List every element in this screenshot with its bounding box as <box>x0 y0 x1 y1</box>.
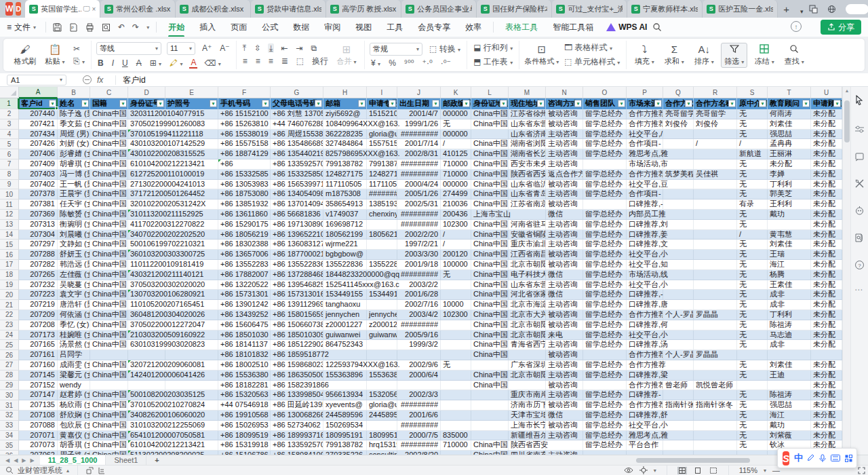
cell[interactable]: 个人-罗晶 <box>663 310 694 320</box>
cell[interactable] <box>471 431 509 440</box>
cell[interactable] <box>441 390 471 400</box>
help-icon[interactable]: ? <box>854 260 865 271</box>
cell[interactable] <box>694 340 737 349</box>
cell[interactable]: 刘晨曦 (女 <box>58 230 90 240</box>
cell[interactable]: China中国 <box>90 220 128 229</box>
share-button[interactable]: 分享 <box>821 20 861 35</box>
column-header-M[interactable]: M <box>509 87 546 98</box>
cell[interactable] <box>694 390 737 400</box>
cell[interactable]: 被动咨询 <box>546 180 583 189</box>
cell[interactable]: 102300 <box>441 220 471 229</box>
cell[interactable]: 未分配 <box>811 330 842 340</box>
cell[interactable] <box>694 270 737 280</box>
header-cell[interactable]: 护照号▾ <box>165 98 218 109</box>
cell[interactable]: +86 1354866895 <box>271 139 323 149</box>
worksheet-button[interactable]: ⬒ 工作表 ▾ <box>472 56 514 68</box>
export-pdf-icon[interactable]: P <box>69 23 78 32</box>
cell[interactable]: 天津市宝坻 <box>509 411 546 420</box>
cell[interactable]: +86 15319918 <box>218 440 271 450</box>
cell[interactable]: China中国 <box>90 130 128 139</box>
cell[interactable]: +86 周煜155380 <box>271 130 323 139</box>
filter-dropdown-button[interactable]: ▾ <box>833 100 841 107</box>
cell[interactable]: 2002/5/31 <box>397 200 441 209</box>
cell[interactable]: 207378 <box>19 189 58 199</box>
cell[interactable]: +86 15290175 <box>218 220 271 229</box>
cell[interactable]: +86 13439252 <box>218 310 271 320</box>
cell[interactable] <box>441 421 471 430</box>
cell[interactable]: 广东省深圳 <box>509 360 546 370</box>
cell[interactable]: 筑梦美程 <box>663 170 694 179</box>
cell[interactable]: 无 <box>737 320 768 330</box>
filter-dropdown-button[interactable]: ▾ <box>728 100 736 107</box>
cell[interactable]: 108409964XXX@163. <box>323 119 367 129</box>
merge-cells-button[interactable]: ⊞ 合并 ▾ <box>334 44 359 66</box>
cell[interactable]: 孟冉冉 <box>768 139 811 149</box>
cell[interactable]: 153205639 <box>367 390 397 400</box>
decrease-indent-icon[interactable]: ⇤ <box>279 43 289 53</box>
cell[interactable]: 207297 <box>19 240 58 249</box>
cell[interactable]: +86 1360831276 <box>271 240 323 249</box>
cell[interactable]: 郭美芝 <box>768 189 811 199</box>
cell[interactable]: 山东省东营 <box>509 280 546 290</box>
cell[interactable]: 季文茹 (女 <box>58 119 90 129</box>
cell[interactable]: 未分配 <box>811 240 842 249</box>
cell[interactable]: 刘紫薇 <box>768 431 811 440</box>
cell[interactable]: 500106199702210321 <box>128 240 165 249</box>
align-center-icon[interactable]: ≡ <box>254 56 262 66</box>
cell[interactable]: 亮哥留学 <box>694 109 737 119</box>
increase-font-icon[interactable]: A⁺ <box>201 43 213 53</box>
cell[interactable]: +86 18002510 <box>218 360 271 370</box>
cell[interactable]: 口碑推荐- <box>627 390 663 400</box>
header-cell[interactable]: 身份证地址▾ <box>471 98 509 109</box>
row-header[interactable]: 35 <box>0 440 19 451</box>
cell[interactable]: 130703200106280921 <box>128 290 165 299</box>
cell[interactable]: / <box>441 240 471 249</box>
cell[interactable]: 北京市朝阳 <box>509 320 546 330</box>
cell[interactable]: 430321200211140121 <box>128 270 165 280</box>
cell[interactable]: +86 13657006 <box>218 250 271 259</box>
cell[interactable]: China中国 <box>90 240 128 249</box>
cell[interactable]: 微信 <box>546 411 583 420</box>
cell[interactable] <box>128 381 165 390</box>
cell[interactable] <box>441 290 471 299</box>
cell[interactable]: 被动咨询 <box>546 400 583 410</box>
cell[interactable]: 无 <box>737 400 768 410</box>
cell[interactable]: ######### <box>397 159 441 169</box>
cell[interactable]: 冯一博 (男 <box>58 170 90 179</box>
cell[interactable]: 社交平台,知 <box>627 260 663 269</box>
cell[interactable] <box>694 250 737 259</box>
cell[interactable]: 654101200007050581 <box>128 431 165 440</box>
cell[interactable]: ######### <box>397 170 441 179</box>
cell[interactable]: 无 <box>737 280 768 290</box>
cell[interactable]: 重庆市渝北 <box>509 240 546 249</box>
cell[interactable] <box>367 300 397 309</box>
cell[interactable]: 口碑推荐,舒 <box>627 411 663 420</box>
cell[interactable] <box>694 240 737 249</box>
cell[interactable]: 无 <box>737 330 768 340</box>
cell[interactable]: 430103200107142529 <box>128 139 165 149</box>
page-break-view-button[interactable] <box>709 467 718 474</box>
cell[interactable]: 口碑推荐,- <box>627 200 663 209</box>
cell[interactable]: +86 1395468251 <box>271 280 323 290</box>
cell[interactable]: 韩浩远 (男 <box>58 260 90 269</box>
cell[interactable]: 湖南省长沙 <box>509 149 546 159</box>
cell[interactable]: China中国 <box>471 240 509 249</box>
cell[interactable]: 陈敏赟 (女 <box>58 210 90 219</box>
redo-icon[interactable]: ↷ <box>132 22 139 32</box>
align-bottom-icon[interactable]: ⤓ <box>268 43 274 53</box>
cell[interactable]: 上海市宝山 <box>471 210 509 219</box>
cell[interactable] <box>694 200 737 209</box>
cell[interactable]: China中国 <box>471 340 509 349</box>
cell[interactable]: 371721200501264452 <box>128 189 165 199</box>
cell[interactable]: China中国 <box>90 139 128 149</box>
vertical-scrollbar[interactable]: ▲ <box>842 87 850 455</box>
cell[interactable]: +86 52734062 <box>271 421 323 430</box>
cell[interactable]: China中国 <box>90 270 128 280</box>
cell[interactable] <box>471 360 509 370</box>
cell[interactable]: 主动咨询 <box>546 240 583 249</box>
cell[interactable]: 未分配 <box>811 230 842 240</box>
cell[interactable]: China中国 <box>471 370 509 380</box>
cell[interactable]: 主动咨询 <box>546 130 583 139</box>
align-right-icon[interactable]: ≡ <box>267 56 275 66</box>
cell[interactable]: +44 07546918 <box>218 400 271 410</box>
